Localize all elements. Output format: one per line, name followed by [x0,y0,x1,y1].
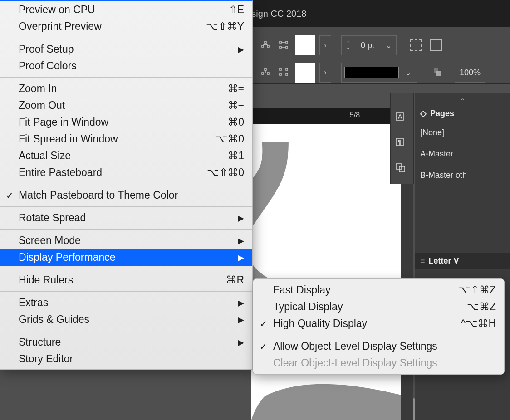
svg-rect-3 [267,45,269,47]
menu-item-shortcut: ⌘0 [228,116,244,128]
fill-color-expand-button[interactable]: › [319,63,331,83]
menu-item-label: High Quality Display [273,317,461,330]
menu-separator [0,331,252,331]
menu-separator [253,335,504,335]
menu-item-match-pasteboard-to-theme-color[interactable]: ✓Match Pasteboard to Theme Color [0,187,252,204]
submenu-item-allow-object-level-display-settings[interactable]: ✓Allow Object-Level Display Settings [253,338,504,355]
stroke-weight-dropdown[interactable]: ⌄ [381,36,396,55]
pages-panel-body: [None] A-Master B-Master oth [415,123,510,185]
svg-rect-0 [265,41,266,43]
menu-item-story-editor[interactable]: Story Editor [0,351,252,367]
menu-item-shortcut: ⌘− [228,99,244,112]
menu-item-label: Allow Object-Level Display Settings [273,340,496,352]
svg-rect-17 [286,68,288,70]
menu-item-shortcut: ⌥⇧⌘0 [207,166,244,179]
submenu-arrow-icon: ▶ [238,315,244,325]
submenu-item-high-quality-display[interactable]: ✓High Quality Display^⌥⌘H [253,315,504,332]
menu-item-label: Actual Size [19,150,228,162]
object-panel-icon[interactable] [396,162,408,175]
pages-panel-header[interactable]: ◇ Pages [415,104,510,123]
stroke-color-expand-button[interactable]: › [319,35,331,55]
menu-item-shortcut: ⇧E [229,4,244,16]
menu-item-label: Typical Display [273,301,467,313]
document-page[interactable] [251,124,401,420]
align-icon-3[interactable] [259,66,272,79]
submenu-item-fast-display[interactable]: Fast Display⌥⇧⌘Z [253,282,504,298]
stroke-color-swatch[interactable] [295,35,315,55]
menu-item-overprint-preview[interactable]: Overprint Preview⌥⇧⌘Y [0,18,252,35]
gradient-dropdown[interactable]: ⌄ [402,63,414,82]
pages-item-none[interactable]: [None] [420,128,505,137]
svg-line-5 [265,44,268,45]
svg-rect-19 [286,73,288,75]
menu-item-zoom-in[interactable]: Zoom In⌘= [0,80,252,97]
menu-item-zoom-out[interactable]: Zoom Out⌘− [0,97,252,114]
menu-item-preview-on-cpu[interactable]: Preview on CPU⇧E [0,1,252,18]
pages-item-a-master[interactable]: A-Master [420,149,505,159]
letter-panel-title: Letter V [429,256,459,266]
frame-fitting-icon-1[interactable] [410,39,422,51]
fill-color-swatch[interactable] [295,63,315,83]
menu-item-screen-mode[interactable]: Screen Mode▶ [0,232,252,249]
collapse-panels-button[interactable]: ‹‹ [415,93,510,104]
submenu-arrow-icon: ▶ [238,253,244,263]
menu-item-label: Overprint Preview [19,20,206,33]
menu-item-rotate-spread[interactable]: Rotate Spread▶ [0,210,252,226]
menu-item-label: Proof Setup [19,43,238,55]
menu-item-fit-spread-in-window[interactable]: Fit Spread in Window⌥⌘0 [0,131,252,147]
align-icon-2[interactable] [277,39,290,52]
menu-separator [0,229,252,230]
menu-item-proof-setup[interactable]: Proof Setup▶ [0,41,252,58]
menu-item-display-performance[interactable]: Display Performance▶ [0,249,252,266]
menu-separator [0,291,252,292]
menu-item-shortcut: ⌥⌘Z [467,301,496,313]
menu-item-label: Zoom Out [19,99,228,112]
menu-item-label: Display Performance [19,251,238,264]
check-icon: ✓ [260,318,267,329]
menu-separator [0,77,252,78]
panel-grip-icon: ≡ [420,256,424,266]
submenu-arrow-icon: ▶ [238,213,244,223]
svg-line-4 [263,44,265,45]
paragraph-panel-icon[interactable]: ¶ [396,137,408,149]
letter-panel-header[interactable]: ≡ Letter V [415,253,510,269]
menu-item-label: Structure [19,336,238,348]
menu-item-grids-guides[interactable]: Grids & Guides▶ [0,311,252,328]
menu-item-structure[interactable]: Structure▶ [0,334,252,351]
menu-item-shortcut: ^⌥⌘H [461,317,496,330]
display-performance-submenu: Fast Display⌥⇧⌘ZTypical Display⌥⌘Z✓High … [253,278,505,375]
menu-separator [0,184,252,184]
menu-item-label: Clear Object-Level Display Settings [273,357,496,369]
align-icon-4[interactable] [277,66,290,79]
pages-item-b-master[interactable]: B-Master oth [420,171,505,180]
menu-item-fit-page-in-window[interactable]: Fit Page in Window⌘0 [0,114,252,131]
menu-separator [0,38,252,38]
check-icon: ✓ [6,190,14,201]
effects-icon[interactable] [431,66,445,79]
stroke-weight-field[interactable]: ⌃⌄ 0 pt ⌄ [341,35,397,55]
menu-item-actual-size[interactable]: Actual Size⌘1 [0,147,252,164]
menu-item-label: Preview on CPU [19,4,229,16]
menu-item-entire-pasteboard[interactable]: Entire Pasteboard⌥⇧⌘0 [0,164,252,181]
pages-panel-title: Pages [430,109,454,118]
menu-item-label: Match Pasteboard to Theme Color [19,189,244,201]
menu-item-extras[interactable]: Extras▶ [0,294,252,311]
menu-item-shortcut: ⌘= [228,83,244,95]
opacity-field[interactable]: 100% [455,63,485,83]
frame-fitting-icon-2[interactable] [430,39,442,51]
menu-item-shortcut: ⌥⇧⌘Z [458,284,496,296]
menu-item-label: Extras [19,297,238,309]
menu-separator [0,206,252,207]
svg-rect-16 [280,68,281,70]
svg-rect-21 [436,71,441,76]
menu-item-hide-rulers[interactable]: Hide Rulers⌘R [0,272,252,288]
svg-text:¶: ¶ [398,138,402,146]
menu-separator [0,269,252,269]
menu-item-proof-colors[interactable]: Proof Colors [0,58,252,74]
align-icon-1[interactable] [259,39,272,52]
character-panel-icon[interactable]: A [396,111,408,124]
gradient-fill-field[interactable]: ⌄ [341,63,417,83]
submenu-item-typical-display[interactable]: Typical Display⌥⌘Z [253,298,504,315]
menu-item-label: Grids & Guides [19,313,238,326]
menu-item-label: Fast Display [273,284,458,296]
